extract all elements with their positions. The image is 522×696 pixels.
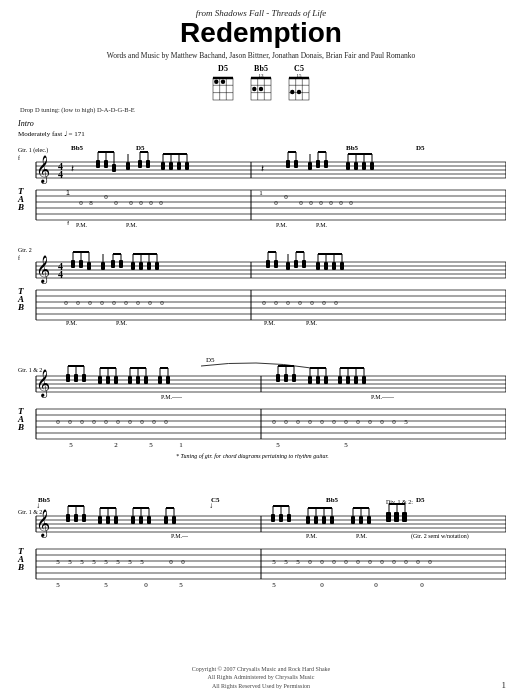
svg-rect-151	[131, 262, 135, 270]
svg-rect-334	[82, 514, 86, 522]
svg-text:0: 0	[286, 299, 290, 307]
svg-rect-152	[139, 262, 143, 270]
svg-text:(Gtr. 2 semi w/notation): (Gtr. 2 semi w/notation)	[411, 533, 469, 540]
svg-text:0: 0	[124, 299, 128, 307]
svg-text:0: 0	[308, 558, 312, 566]
svg-text:P.M.: P.M.	[306, 533, 318, 539]
svg-text:0: 0	[322, 299, 326, 307]
svg-rect-377	[367, 516, 371, 524]
svg-text:Bb5: Bb5	[71, 144, 84, 152]
svg-text:0: 0	[114, 199, 118, 207]
svg-rect-347	[139, 516, 143, 524]
svg-text:f: f	[67, 220, 69, 226]
svg-rect-346	[131, 516, 135, 524]
svg-text:0: 0	[274, 299, 278, 307]
svg-rect-153	[147, 262, 151, 270]
system2: D5 Gtr. 1 & 2 𝄞	[17, 356, 506, 459]
svg-text:5: 5	[56, 581, 60, 589]
svg-text:P.M.: P.M.	[356, 533, 368, 539]
svg-rect-165	[286, 262, 290, 270]
copyright-line1: Copyright © 2007 Chrysalis Music and Roc…	[0, 665, 522, 673]
svg-rect-339	[98, 516, 102, 524]
svg-rect-259	[316, 376, 320, 384]
svg-text:1: 1	[259, 189, 263, 197]
svg-text:0: 0	[169, 558, 173, 566]
svg-text:P.M.: P.M.	[306, 320, 318, 326]
svg-text:0: 0	[356, 418, 360, 426]
svg-text:0: 0	[374, 581, 378, 589]
svg-text:0: 0	[139, 199, 143, 207]
tempo-marking: Moderately fast ♩ = 171	[18, 130, 85, 138]
svg-rect-333	[74, 514, 78, 522]
svg-rect-61	[185, 162, 189, 170]
system1-gtr2-staff: Gtr. 2 f 𝄞 4 4	[17, 247, 506, 326]
svg-rect-59	[169, 162, 173, 170]
svg-point-15	[259, 87, 263, 91]
svg-rect-238	[128, 376, 132, 384]
svg-text:0: 0	[416, 558, 420, 566]
svg-rect-17	[289, 78, 309, 100]
system1-gtr1-staff: Gtr. 1 (elec.) f Bb5 D5 Bb5 D5 𝄞 4 4	[17, 144, 506, 228]
svg-text:5: 5	[276, 441, 280, 449]
svg-text:0: 0	[404, 558, 408, 566]
svg-rect-265	[338, 376, 342, 384]
svg-rect-359	[271, 514, 275, 522]
svg-text:0: 0	[100, 299, 104, 307]
svg-text:0: 0	[332, 558, 336, 566]
svg-text:0: 0	[349, 199, 353, 207]
svg-rect-226	[82, 374, 86, 382]
svg-rect-225	[74, 374, 78, 382]
svg-rect-82	[362, 162, 366, 170]
svg-rect-231	[98, 376, 102, 384]
svg-rect-53	[138, 160, 142, 168]
svg-text:P.M.: P.M.	[116, 320, 128, 326]
svg-rect-383	[394, 512, 399, 522]
svg-text:0: 0	[329, 199, 333, 207]
header: from Shadows Fall - Threads of Life Rede…	[16, 8, 506, 60]
credits-text: Words and Music by Matthew Bachand, Jaso…	[16, 51, 506, 60]
svg-rect-258	[308, 376, 312, 384]
svg-rect-166	[294, 260, 298, 268]
chord-bb5: Bb5 13	[250, 64, 272, 102]
svg-rect-348	[147, 516, 151, 524]
svg-text:0: 0	[296, 418, 300, 426]
svg-rect-45	[104, 160, 108, 168]
svg-text:2: 2	[114, 441, 118, 449]
intro-label: Intro	[17, 119, 34, 128]
svg-rect-361	[287, 514, 291, 522]
svg-rect-174	[332, 262, 336, 270]
svg-text:0: 0	[92, 418, 96, 426]
svg-text:8: 8	[89, 199, 93, 207]
svg-text:0: 0	[104, 193, 108, 201]
svg-text:0: 0	[129, 199, 133, 207]
page-number: 1	[502, 680, 507, 690]
svg-text:5: 5	[56, 558, 60, 566]
svg-text:0: 0	[274, 199, 278, 207]
svg-point-24	[297, 90, 301, 94]
svg-rect-144	[101, 262, 105, 270]
svg-text:0: 0	[299, 199, 303, 207]
svg-rect-60	[177, 162, 181, 170]
svg-point-6	[214, 79, 218, 83]
svg-text:Bb5: Bb5	[346, 144, 359, 152]
svg-rect-167	[302, 260, 306, 268]
svg-text:0: 0	[152, 418, 156, 426]
svg-text:0: 0	[159, 199, 163, 207]
svg-rect-369	[330, 516, 334, 524]
svg-text:𝄞: 𝄞	[36, 369, 50, 398]
svg-text:B: B	[17, 202, 24, 212]
svg-text:0: 0	[344, 418, 348, 426]
svg-rect-368	[322, 516, 326, 524]
svg-rect-146	[119, 260, 123, 268]
svg-rect-83	[370, 162, 374, 170]
svg-rect-73	[308, 162, 312, 170]
svg-text:B: B	[17, 562, 24, 572]
tuning-section: Drop D tuning: (low to high) D-A-D-G-B-E	[20, 106, 506, 113]
svg-rect-260	[324, 376, 328, 384]
svg-rect-54	[146, 160, 150, 168]
copyright-line3: All Rights Reserved Used by Permission	[0, 682, 522, 690]
svg-rect-341	[114, 516, 118, 524]
svg-text:5: 5	[272, 558, 276, 566]
svg-text:0: 0	[128, 418, 132, 426]
svg-rect-160	[266, 260, 270, 268]
